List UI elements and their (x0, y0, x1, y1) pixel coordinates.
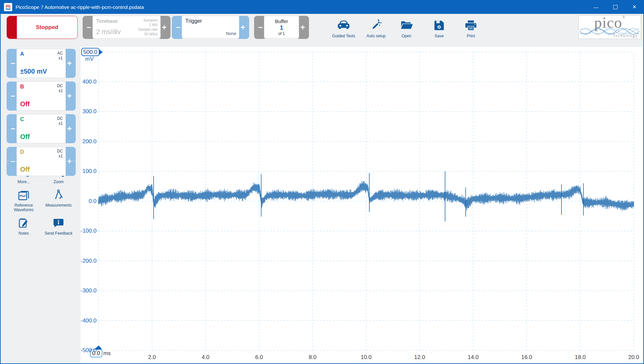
gridlines (98, 52, 634, 352)
buffer-of: of 1 (278, 31, 285, 36)
y-tick-label: 300.0 (81, 108, 96, 115)
reference-waveforms-button[interactable]: Reference Waveforms (7, 189, 41, 212)
channel-c-panel[interactable]: C DC x1 Off (17, 114, 66, 143)
print-label: Print (467, 34, 475, 38)
channel-c-range: Off (20, 133, 30, 141)
auto-setup-button[interactable]: Auto setup (360, 17, 393, 40)
x-tick-label: 4.0 (196, 354, 215, 361)
channel-a-coupling: AC x1 (57, 51, 63, 61)
car-icon (337, 19, 350, 32)
app-window: PS PicoScope 7 Automotive ac-ripple-with… (0, 0, 644, 364)
y-tick-label: 200.0 (81, 138, 96, 145)
probe-text: x1 (57, 56, 63, 61)
stopped-red-block (7, 16, 17, 39)
print-button[interactable]: Print (454, 17, 487, 40)
trigger-label: Trigger (185, 18, 202, 24)
save-label: Save (435, 34, 443, 38)
send-feedback-button[interactable]: Send Feedback (42, 217, 76, 236)
measurements-button[interactable]: Measurements (42, 189, 76, 212)
samples-value: 1 MS (138, 22, 158, 27)
y-axis-unit: mV (85, 56, 94, 62)
channel-d-range: Off (20, 166, 30, 173)
picoscope-app-icon: PS (4, 3, 12, 11)
y-tick-label: 400.0 (81, 79, 96, 85)
buffer-label: Buffer (275, 18, 288, 24)
zoom-label: Zoom (54, 180, 64, 184)
channel-a: − A AC x1 ±500 mV + (7, 49, 76, 78)
ps-badge-text: PS (6, 5, 11, 8)
channel-a-panel[interactable]: A AC x1 ±500 mV (17, 49, 66, 78)
channel-c: − C DC x1 Off + (7, 114, 76, 143)
buffer-panel[interactable]: Buffer 1 of 1 (264, 16, 299, 38)
notepad-icon (18, 217, 30, 229)
scope-display[interactable]: 500.0 mV 0.0 ms 400.0300.0200.0100.00.0-… (81, 47, 642, 363)
floppy-disk-icon (433, 19, 446, 32)
channel-b-range: Off (20, 100, 30, 108)
channel-a-trace (98, 181, 634, 211)
channel-d: − D DC x1 Off + (7, 147, 76, 176)
channel-a-letter: A (20, 51, 24, 57)
minimize-button[interactable]: — (587, 0, 606, 14)
buffer-current: 1 (280, 24, 284, 31)
pico-technology-logo: pico® Technology (578, 15, 641, 39)
save-button[interactable]: Save (423, 17, 456, 40)
y-axis-range-marker[interactable]: 500.0 (81, 48, 103, 56)
y-tick-label: -500.0 (81, 347, 96, 354)
close-button[interactable]: ✕ (625, 0, 644, 14)
measurements-label: Measurements (46, 203, 72, 208)
x-tick-label: 12.0 (410, 354, 430, 361)
channel-d-panel[interactable]: D DC x1 Off (17, 147, 66, 176)
feedback-bubble-icon (52, 217, 65, 229)
x-tick-label: 2.0 (142, 354, 162, 361)
trigger-panel[interactable]: Trigger None (182, 16, 239, 38)
trigger-mode: None (226, 31, 236, 36)
x-axis-unit: ms (103, 350, 111, 357)
coupling-text: AC (57, 51, 63, 56)
probe-text: x1 (57, 88, 63, 93)
y-tick-label: -100.0 (81, 228, 96, 234)
open-label: Open (401, 34, 411, 38)
window-title: PicoScope 7 Automotive ac-ripple-with-pc… (16, 4, 144, 10)
maximize-button[interactable] (606, 0, 625, 14)
y-tick-label: -400.0 (81, 317, 96, 324)
timebase-group: − Timebase 2 ms/div Samples 1 MS Sample … (83, 16, 170, 39)
x-tick-label: 18.0 (570, 354, 590, 361)
maximize-icon (613, 5, 618, 9)
x-tick-label: 6.0 (249, 354, 269, 361)
timebase-sample-info: Samples 1 MS Sample rate 50 MS/s (138, 18, 158, 36)
magic-wand-icon (369, 19, 383, 32)
notes-label: Notes (19, 231, 29, 236)
trigger-group: − Trigger None + (172, 16, 249, 39)
y-tick-label: 100.0 (81, 168, 96, 175)
notes-button[interactable]: Notes (7, 217, 41, 236)
printer-icon (464, 19, 477, 32)
start-stop-button[interactable]: Stopped (7, 16, 78, 39)
channel-b-panel[interactable]: B DC x1 Off (17, 82, 66, 111)
guided-tests-button[interactable]: Guided Tests (324, 17, 363, 40)
auto-setup-label: Auto setup (366, 34, 385, 38)
probe-text: x1 (57, 121, 63, 126)
timebase-panel[interactable]: Timebase 2 ms/div Samples 1 MS Sample ra… (93, 16, 161, 38)
channel-b-letter: B (20, 84, 24, 90)
x-tick-label: 14.0 (463, 354, 483, 361)
timebase-value: 2 ms/div (96, 28, 121, 36)
coupling-text: DC (57, 83, 63, 88)
channel-d-coupling: DC x1 (57, 149, 63, 159)
reference-waveforms-label: Reference Waveforms (7, 203, 40, 212)
x-tick-label: 8.0 (303, 354, 322, 361)
x-tick-label: 16.0 (517, 354, 537, 361)
sample-rate-value: 50 MS/s (138, 32, 158, 36)
more-label: More... (18, 180, 30, 184)
y-tick-label: -300.0 (81, 287, 96, 294)
y-tick-label: -200.0 (81, 258, 96, 264)
calipers-icon (52, 189, 65, 201)
open-button[interactable]: Open (390, 17, 423, 40)
open-folder-icon (400, 19, 413, 32)
channel-b: − B DC x1 Off + (7, 82, 76, 111)
probe-text: x1 (57, 154, 63, 159)
channel-b-coupling: DC x1 (57, 83, 63, 93)
stopped-label: Stopped (17, 16, 77, 39)
coupling-text: DC (57, 149, 63, 154)
guided-tests-label: Guided Tests (332, 34, 355, 38)
send-feedback-label: Send Feedback (45, 231, 72, 236)
